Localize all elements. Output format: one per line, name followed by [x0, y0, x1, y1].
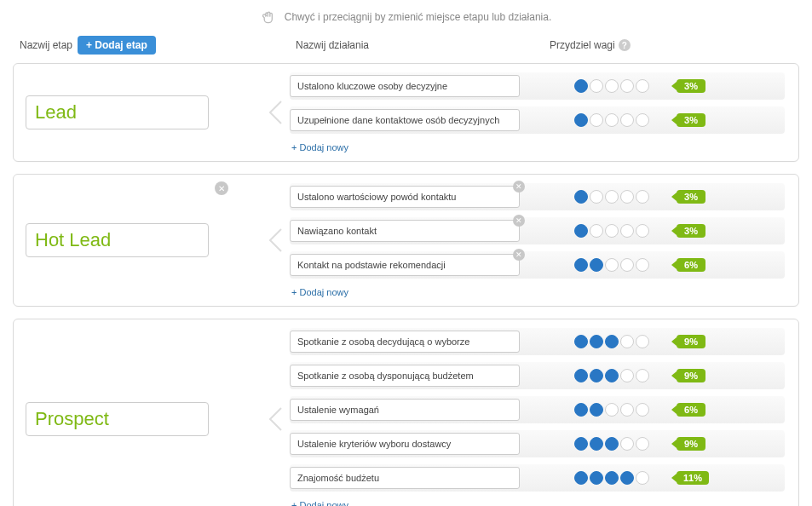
weight-dot[interactable] [590, 258, 603, 272]
action-name-input[interactable] [290, 399, 520, 421]
weight-dot[interactable] [590, 113, 603, 127]
stage-card[interactable]: 3%3%+ Dodaj nowy [13, 63, 799, 162]
weight-dot[interactable] [574, 258, 588, 272]
stage-card[interactable]: 9%9%6%9%11%+ Dodaj nowy [13, 319, 799, 506]
action-row[interactable]: 9% [290, 430, 785, 457]
weight-dot[interactable] [636, 258, 649, 272]
weight-dot[interactable] [620, 224, 634, 238]
weight-dot[interactable] [574, 113, 588, 127]
weight-dot[interactable] [574, 190, 588, 204]
action-name-input[interactable] [290, 331, 520, 353]
weight-dot[interactable] [620, 403, 634, 417]
weight-dot[interactable] [590, 471, 603, 485]
weight-dot[interactable] [636, 113, 649, 127]
weight-dot[interactable] [605, 369, 619, 382]
action-row[interactable]: ✕3% [290, 183, 785, 210]
stage-name-input[interactable] [26, 223, 209, 257]
weight-dot[interactable] [620, 369, 634, 382]
weight-dot[interactable] [620, 113, 634, 127]
weight-dots[interactable] [574, 258, 649, 272]
action-row[interactable]: ✕6% [290, 251, 785, 279]
action-name-input[interactable] [290, 365, 520, 387]
weight-dot[interactable] [590, 437, 603, 451]
action-row[interactable]: ✕3% [290, 217, 785, 244]
action-name-input[interactable] [290, 467, 520, 489]
weight-dot[interactable] [636, 437, 649, 451]
weight-dots[interactable] [574, 403, 649, 417]
weight-dot[interactable] [605, 79, 619, 93]
action-row[interactable]: 11% [290, 464, 785, 492]
action-name-input[interactable] [290, 220, 520, 242]
weight-dot[interactable] [620, 258, 634, 272]
weight-dot[interactable] [574, 335, 588, 348]
weight-dots[interactable] [574, 369, 649, 382]
weight-dots[interactable] [574, 224, 649, 238]
add-action-link[interactable]: + Dodaj nowy [290, 287, 785, 297]
weight-dot[interactable] [636, 403, 649, 417]
weight-dots[interactable] [574, 113, 649, 127]
delete-action-button[interactable]: ✕ [513, 181, 525, 193]
weight-dot[interactable] [590, 224, 603, 238]
action-name-input[interactable] [290, 433, 520, 455]
weight-dot[interactable] [636, 224, 649, 238]
weight-dots[interactable] [574, 190, 649, 204]
action-row[interactable]: 3% [290, 72, 785, 100]
delete-stage-button[interactable]: ✕ [215, 181, 228, 195]
action-row[interactable]: 9% [290, 362, 785, 389]
weight-dots[interactable] [574, 335, 649, 348]
weight-dot[interactable] [620, 335, 634, 348]
action-row[interactable]: 3% [290, 106, 785, 134]
weight-dots[interactable] [574, 437, 649, 451]
weight-dot[interactable] [605, 437, 619, 451]
weight-dot[interactable] [574, 224, 588, 238]
weight-dot[interactable] [620, 79, 634, 93]
weight-dots[interactable] [574, 471, 649, 485]
weight-dot[interactable] [605, 190, 619, 204]
action-name-input[interactable] [290, 254, 520, 276]
weight-dot[interactable] [605, 471, 619, 485]
weight-dot[interactable] [590, 403, 603, 417]
weight-dot[interactable] [636, 190, 649, 204]
action-name-input[interactable] [290, 75, 520, 97]
weight-dot[interactable] [590, 369, 603, 382]
weight-dot[interactable] [574, 369, 588, 382]
action-row[interactable]: 6% [290, 396, 785, 423]
stage-name-input[interactable] [26, 402, 209, 436]
weight-dot[interactable] [605, 335, 619, 348]
stage-name-input[interactable] [26, 95, 209, 129]
stage-card[interactable]: ✕✕3%✕3%✕6%+ Dodaj nowy [13, 174, 799, 307]
weight-dot[interactable] [620, 437, 634, 451]
weight-dots[interactable] [574, 79, 649, 93]
weight-dot[interactable] [574, 79, 588, 93]
weight-dot[interactable] [636, 369, 649, 382]
weight-dot[interactable] [605, 224, 619, 238]
weight-badge: 9% [677, 437, 705, 451]
weight-dot[interactable] [574, 403, 588, 417]
grab-icon [261, 9, 278, 26]
add-action-link[interactable]: + Dodaj nowy [290, 142, 785, 152]
add-action-link[interactable]: + Dodaj nowy [290, 500, 785, 506]
weight-dot[interactable] [636, 79, 649, 93]
weight-dot[interactable] [605, 258, 619, 272]
action-row[interactable]: 9% [290, 328, 785, 355]
delete-action-button[interactable]: ✕ [513, 249, 525, 261]
weight-dot[interactable] [605, 403, 619, 417]
weight-dot[interactable] [636, 335, 649, 348]
weight-dot[interactable] [605, 113, 619, 127]
weight-dot[interactable] [590, 79, 603, 93]
help-icon[interactable]: ? [619, 39, 631, 51]
delete-action-button[interactable]: ✕ [513, 215, 525, 227]
header-weights: Przydziel wagi [550, 39, 615, 51]
weight-dot[interactable] [590, 190, 603, 204]
weight-dot[interactable] [574, 471, 588, 485]
weight-dot[interactable] [590, 335, 603, 348]
action-name-input[interactable] [290, 186, 520, 208]
weight-dot[interactable] [620, 190, 634, 204]
action-name-input[interactable] [290, 109, 520, 131]
weight-dot[interactable] [574, 437, 588, 451]
hint-text: Chwyć i przeciągnij by zmienić miejsce e… [285, 11, 551, 23]
weight-badge: 9% [677, 369, 705, 382]
weight-dot[interactable] [620, 471, 634, 485]
add-stage-button[interactable]: + Dodaj etap [78, 36, 156, 55]
weight-dot[interactable] [636, 471, 649, 485]
